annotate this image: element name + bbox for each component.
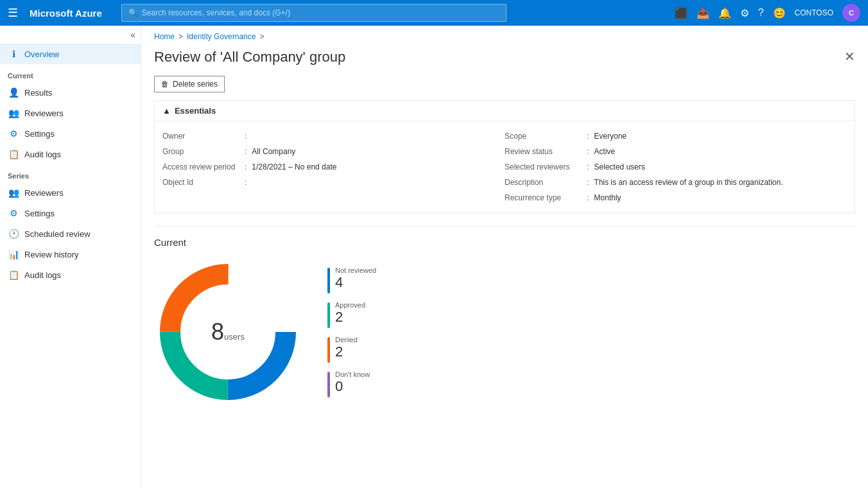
- feedback-icon[interactable]: 😊: [773, 7, 786, 19]
- page-title: Review of 'All Company' group: [154, 49, 345, 65]
- essentials-scope-row: Scope : Everyone: [505, 129, 847, 143]
- close-button[interactable]: ✕: [844, 49, 855, 64]
- essentials-body: Owner : Group : All Company Access revie…: [155, 121, 855, 213]
- legend-text-not-reviewed: Not reviewed 4: [335, 266, 376, 291]
- legend-text-dont-know: Don't know 0: [335, 370, 370, 395]
- section-divider: [154, 226, 855, 227]
- description-label: Description: [505, 178, 582, 187]
- help-icon[interactable]: ?: [758, 7, 764, 19]
- sidebar-item-scheduled-review[interactable]: 🕐 Scheduled review: [0, 223, 141, 244]
- selected-reviewers-sep: :: [587, 162, 589, 171]
- group-label: Group: [162, 147, 239, 156]
- legend-label-denied: Denied: [335, 336, 358, 344]
- nav-icons: ⬛ 📤 🔔 ⚙ ? 😊 CONTOSO C: [675, 4, 860, 22]
- donut-unit: users: [224, 332, 245, 342]
- delete-series-button[interactable]: 🗑 Delete series: [154, 76, 225, 92]
- legend-item-approved: Approved 2: [327, 301, 376, 328]
- search-bar[interactable]: 🔍: [121, 4, 507, 22]
- legend-item-dont-know: Don't know 0: [327, 370, 376, 397]
- scheduled-review-icon: 🕐: [8, 229, 19, 239]
- donut-center-text: 8users: [211, 318, 245, 345]
- breadcrumb: Home > Identity Governance >: [141, 26, 868, 44]
- review-status-value: Active: [594, 147, 615, 156]
- sidebar-audit-logs-series-label: Audit logs: [24, 270, 61, 280]
- legend-bar-dont-know: [327, 372, 330, 397]
- essentials-panel: ▲ Essentials Owner : Group : All Company: [154, 100, 855, 213]
- chart-legend: Not reviewed 4 Approved 2: [327, 266, 376, 397]
- sidebar-overview-label: Overview: [24, 49, 59, 59]
- top-navigation: ☰ Microsoft Azure 🔍 ⬛ 📤 🔔 ⚙ ? 😊 CONTOSO …: [0, 0, 868, 26]
- sidebar-audit-logs-current-label: Audit logs: [24, 150, 61, 159]
- settings-current-icon: ⚙: [8, 128, 19, 139]
- essentials-owner-row: Owner :: [162, 129, 505, 143]
- search-icon: 🔍: [128, 8, 138, 17]
- portal-settings-icon[interactable]: 📤: [697, 7, 709, 19]
- owner-label: Owner: [162, 132, 239, 141]
- sidebar-collapse-button[interactable]: «: [0, 26, 141, 44]
- toolbar: 🗑 Delete series: [141, 76, 868, 100]
- legend-bar-denied: [327, 337, 330, 363]
- legend-label-approved: Approved: [335, 301, 365, 309]
- legend-bar-approved: [327, 302, 330, 328]
- breadcrumb-sep1: >: [178, 32, 183, 41]
- access-review-period-label: Access review period: [162, 162, 239, 171]
- collapse-icon: «: [130, 30, 135, 40]
- reviewers-current-icon: 👥: [8, 108, 19, 118]
- access-review-period-sep: :: [245, 162, 247, 171]
- sidebar-item-settings-series[interactable]: ⚙ Settings: [0, 203, 141, 223]
- essentials-review-status-row: Review status : Active: [505, 144, 847, 159]
- current-section-label: Current: [0, 64, 141, 82]
- legend-label-dont-know: Don't know: [335, 370, 370, 378]
- sidebar-reviewers-current-label: Reviewers: [24, 109, 64, 118]
- sidebar-item-overview[interactable]: ℹ Overview: [0, 44, 141, 64]
- essentials-collapse-icon: ▲: [162, 106, 171, 116]
- sidebar-item-review-history[interactable]: 📊 Review history: [0, 244, 141, 265]
- breadcrumb-identity-governance[interactable]: Identity Governance: [187, 32, 256, 41]
- delete-series-label: Delete series: [173, 80, 218, 89]
- recurrence-type-value: Monthly: [594, 193, 621, 202]
- sidebar-results-label: Results: [24, 88, 52, 98]
- description-value: This is an access review of a group in t…: [594, 178, 783, 187]
- review-history-icon: 📊: [8, 249, 19, 259]
- sidebar-item-settings-current[interactable]: ⚙ Settings: [0, 123, 141, 144]
- sidebar-scheduled-review-label: Scheduled review: [24, 229, 91, 239]
- legend-label-not-reviewed: Not reviewed: [335, 266, 376, 274]
- sidebar-item-reviewers-current[interactable]: 👥 Reviewers: [0, 103, 141, 123]
- legend-value-not-reviewed: 4: [335, 274, 376, 291]
- search-input[interactable]: [142, 8, 499, 17]
- access-review-period-value: 1/28/2021 – No end date: [252, 162, 336, 171]
- legend-item-denied: Denied 2: [327, 336, 376, 363]
- essentials-header[interactable]: ▲ Essentials: [155, 101, 855, 121]
- essentials-group-row: Group : All Company: [162, 144, 505, 159]
- notifications-icon[interactable]: 🔔: [718, 7, 731, 19]
- series-section-label: Series: [0, 164, 141, 182]
- essentials-title: Essentials: [175, 106, 216, 116]
- owner-sep: :: [245, 132, 247, 141]
- hamburger-menu[interactable]: ☰: [8, 6, 18, 20]
- current-section: Current 8users: [141, 237, 868, 406]
- review-status-sep: :: [587, 147, 589, 156]
- description-sep: :: [587, 178, 589, 187]
- selected-reviewers-label: Selected reviewers: [505, 162, 582, 171]
- avatar[interactable]: C: [842, 4, 860, 22]
- legend-value-denied: 2: [335, 344, 358, 360]
- page-header: Review of 'All Company' group ✕: [141, 44, 868, 76]
- essentials-left-col: Owner : Group : All Company Access revie…: [162, 129, 505, 205]
- audit-logs-current-icon: 📋: [8, 149, 19, 159]
- donut-total-count: 8: [211, 318, 224, 345]
- cloud-shell-icon[interactable]: ⬛: [675, 7, 688, 19]
- essentials-selected-reviewers-row: Selected reviewers : Selected users: [505, 160, 847, 174]
- settings-icon[interactable]: ⚙: [740, 7, 749, 19]
- sidebar-item-audit-logs-series[interactable]: 📋 Audit logs: [0, 265, 141, 285]
- results-icon: 👤: [8, 87, 19, 98]
- sidebar-item-results[interactable]: 👤 Results: [0, 82, 141, 103]
- sidebar-item-audit-logs-current[interactable]: 📋 Audit logs: [0, 144, 141, 164]
- sidebar-reviewers-series-label: Reviewers: [24, 188, 64, 198]
- breadcrumb-home[interactable]: Home: [154, 32, 175, 41]
- contoso-label: CONTOSO: [795, 8, 833, 17]
- sidebar-settings-current-label: Settings: [24, 129, 55, 139]
- scope-sep: :: [587, 132, 589, 141]
- essentials-recurrence-type-row: Recurrence type : Monthly: [505, 191, 847, 205]
- sidebar-item-reviewers-series[interactable]: 👥 Reviewers: [0, 182, 141, 203]
- group-sep: :: [245, 147, 247, 156]
